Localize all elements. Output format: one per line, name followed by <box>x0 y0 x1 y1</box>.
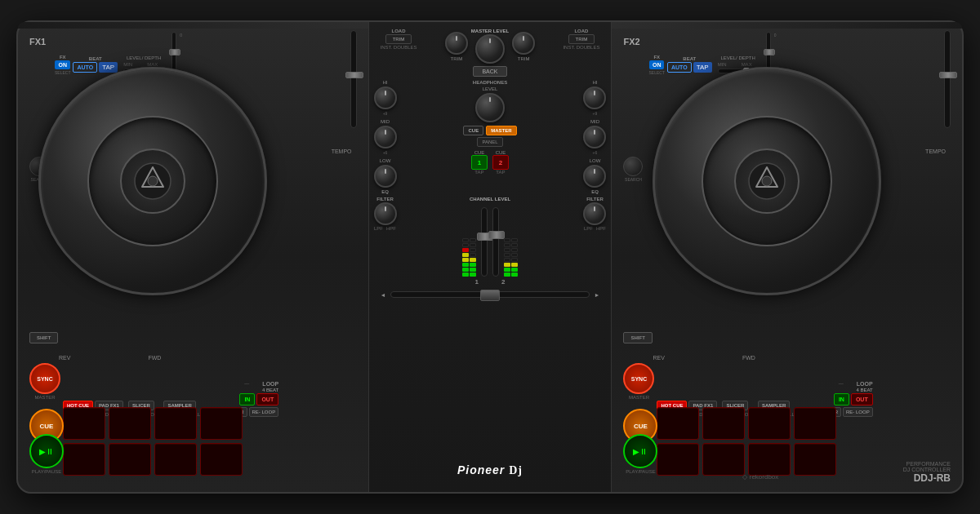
cue-mix-btn[interactable]: CUE <box>463 126 483 135</box>
left-jog-wheel-container <box>38 67 267 295</box>
right-max-label: MAX <box>742 62 752 67</box>
ch2-fader[interactable] <box>492 207 499 277</box>
hpf-label-left: HPF <box>386 226 396 231</box>
pioneer-text: Pioneer <box>457 463 505 476</box>
left-max-label: MAX <box>147 62 158 67</box>
right-pad-1[interactable] <box>657 407 699 440</box>
eq-section: HI +9 MID +6 LOW EQ HEADPHONES LEVEL CUE… <box>374 80 607 194</box>
right-four-beat-label: 4 BEAT <box>856 388 872 392</box>
svg-point-2 <box>148 176 158 186</box>
left-pad-7[interactable] <box>154 443 197 476</box>
eq-mid-left-knob[interactable] <box>374 126 397 148</box>
load-section: LOAD TRIM INST. DOUBLES TRIM MASTER LEVE… <box>374 29 607 64</box>
vu-fader-section <box>462 203 518 277</box>
left-pad-5[interactable] <box>63 443 105 476</box>
ch1-num: 1 <box>475 278 479 286</box>
master-btn[interactable]: MASTER <box>486 126 516 135</box>
performance-dj-label: PERFORMANCE <box>903 461 951 467</box>
right-pad-2[interactable] <box>702 407 745 440</box>
right-jog-inner <box>702 116 832 246</box>
left-shift-btn[interactable]: SHIFT <box>29 332 58 343</box>
crossfader-track[interactable] <box>390 291 589 298</box>
filter-label-right: FILTER <box>586 197 604 202</box>
left-level-strip-handle <box>169 49 180 55</box>
ch2-fader-handle <box>488 231 505 239</box>
right-shift-btn[interactable]: SHIFT <box>623 332 652 343</box>
left-master-label: MASTER <box>34 395 55 400</box>
panel-btn[interactable]: PANEL <box>477 137 502 147</box>
right-play-btn[interactable]: ▶⏸ <box>623 434 657 468</box>
eq-label-right: EQ <box>591 189 599 194</box>
vu-ch2-left <box>504 195 510 277</box>
headphones-level-knob[interactable] <box>475 93 505 122</box>
right-loop-in-btn[interactable]: IN <box>834 393 849 405</box>
eq-hi-right-knob[interactable] <box>583 86 606 109</box>
left-tempo-label: TEMPO <box>332 148 352 154</box>
left-pad-6[interactable] <box>109 443 151 476</box>
left-play-btn[interactable]: ▶⏸ <box>29 434 64 468</box>
load-label-right: LOAD <box>574 29 588 33</box>
right-fx-btn-label: FX <box>653 55 660 60</box>
right-pad-8[interactable] <box>794 443 836 476</box>
fx2-label: FX2 <box>623 37 639 47</box>
left-loop-in-btn[interactable]: IN <box>239 393 255 405</box>
left-pad-2[interactable] <box>109 407 151 440</box>
hi-label-left: HI <box>383 80 388 85</box>
left-jog-inner <box>87 116 218 246</box>
ch1-fader[interactable] <box>481 207 488 277</box>
eq-low-right-knob[interactable] <box>583 165 606 188</box>
vu-ch1-right <box>470 195 476 277</box>
left-jog-outer[interactable] <box>38 67 267 295</box>
right-tempo-handle <box>939 72 957 78</box>
right-pad-4[interactable] <box>794 407 836 440</box>
back-btn[interactable]: BACK <box>473 66 506 77</box>
headphones-label: HEADPHONES <box>473 80 507 85</box>
right-loop-out-btn[interactable]: OUT <box>851 393 873 405</box>
eq-low-left-knob[interactable] <box>374 165 397 188</box>
ddj-rb-model-label: DDJ-RB <box>903 472 951 484</box>
cue2-btn[interactable]: 2 <box>492 155 509 170</box>
right-master-label: MASTER <box>629 395 649 400</box>
right-pad-3[interactable] <box>748 407 791 440</box>
cue1-btn[interactable]: 1 <box>471 155 488 170</box>
left-reloop-btn[interactable]: RE- LOOP <box>249 407 279 417</box>
mid-label-right: MID <box>590 119 599 124</box>
left-pad-3[interactable] <box>154 407 197 440</box>
right-jog-outer[interactable] <box>653 67 881 295</box>
inst-doubles-right: INST. DOUBLES <box>563 45 599 50</box>
left-pad-4[interactable] <box>200 407 243 440</box>
left-tempo-track[interactable] <box>350 30 357 128</box>
right-pad-5[interactable] <box>657 443 699 476</box>
left-loop-out-btn[interactable]: OUT <box>256 393 278 405</box>
ch2-num: 2 <box>501 278 505 286</box>
master-level-knob[interactable] <box>475 34 505 64</box>
right-reloop-btn[interactable]: RE- LOOP <box>843 407 873 417</box>
right-search-knob-group: SEARCH <box>623 157 643 182</box>
right-loop-label: LOOP <box>857 381 873 387</box>
eq-mid-right-knob[interactable] <box>583 126 606 148</box>
right-rev-label: REV <box>653 355 664 361</box>
right-sync-btn[interactable]: SYNC <box>623 363 654 394</box>
filter-right-knob[interactable] <box>583 202 606 225</box>
left-pad-1[interactable] <box>63 407 105 440</box>
trim-right-group: TRIM <box>512 32 535 61</box>
right-pad-6[interactable] <box>702 443 745 476</box>
trim-right-knob[interactable] <box>512 32 535 55</box>
right-pad-7[interactable] <box>748 443 791 476</box>
trim-left-knob[interactable] <box>445 32 468 55</box>
tap1-label: TAP <box>474 170 483 175</box>
xf-right-marker: ► <box>595 292 600 298</box>
right-tempo-track[interactable] <box>944 30 951 128</box>
eq-hi-left-knob[interactable] <box>374 86 397 109</box>
low-label-right: LOW <box>590 158 601 163</box>
left-sync-btn[interactable]: SYNC <box>29 363 60 394</box>
left-rev-label: REV <box>59 355 70 361</box>
left-pad-8[interactable] <box>200 443 243 476</box>
level-label: LEVEL <box>483 86 498 91</box>
mid-label-left: MID <box>381 119 390 124</box>
load-left-btn[interactable]: TRIM <box>385 34 412 44</box>
right-search-label: SEARCH <box>623 177 643 182</box>
load-right-btn[interactable]: TRIM <box>568 34 595 44</box>
filter-left-knob[interactable] <box>374 202 397 225</box>
right-search-knob[interactable] <box>623 157 643 176</box>
